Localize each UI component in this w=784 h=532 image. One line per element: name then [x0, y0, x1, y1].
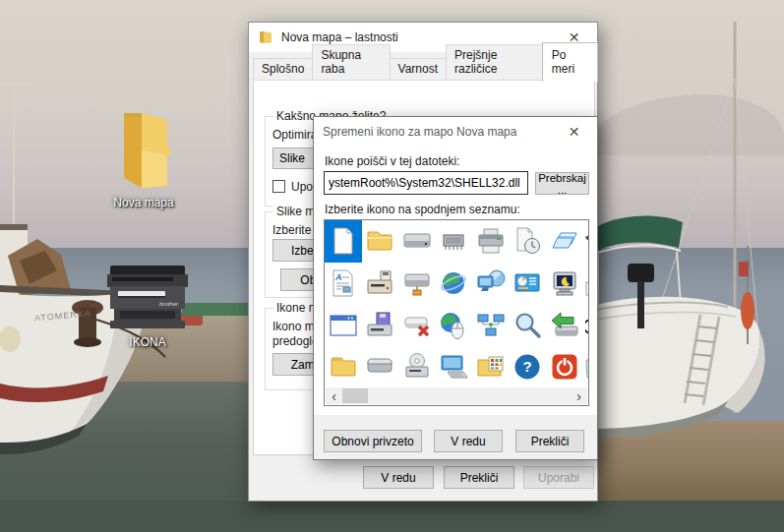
- icon-grid-row: A: [325, 263, 588, 305]
- recycle-bin-icon[interactable]: [583, 346, 590, 388]
- sailboat: [590, 20, 784, 511]
- rich-text-document-icon[interactable]: A: [325, 263, 362, 305]
- desktop-computer-icon[interactable]: [436, 346, 473, 388]
- document-clock-icon[interactable]: [510, 220, 547, 263]
- folder-closed-icon[interactable]: [362, 220, 399, 263]
- gray-drive-icon[interactable]: [362, 346, 399, 388]
- svg-text:?: ?: [523, 358, 532, 375]
- fishing-boat: [0, 39, 197, 462]
- desktop-icon-ikona[interactable]: brother IKONA: [102, 266, 193, 349]
- uporabi-button[interactable]: Uporabi: [523, 466, 594, 489]
- crt-monitor-screensaver-icon[interactable]: [546, 263, 583, 305]
- tab-splo-no[interactable]: Splošno: [253, 58, 313, 81]
- browse-button[interactable]: Prebrskaj ...: [535, 172, 589, 195]
- folder-plain-icon[interactable]: [325, 346, 362, 388]
- tab-strip: SplošnoSkupna rabaVarnostPrejšnje različ…: [253, 58, 597, 81]
- globe-icon[interactable]: [436, 263, 473, 305]
- svg-text:brother: brother: [159, 301, 179, 307]
- globe-mouse-icon[interactable]: [436, 304, 473, 346]
- scrollbar-thumb[interactable]: [342, 388, 368, 403]
- icon-grid-row: [325, 304, 588, 346]
- floppy-save-icon[interactable]: [362, 304, 399, 346]
- obnovi-privzeto-button[interactable]: Obnovi privzeto: [324, 430, 422, 452]
- combobox-value: Slike: [279, 151, 305, 165]
- clock-overlay-icon[interactable]: [583, 304, 590, 346]
- prekli-i-button[interactable]: Prekliči: [515, 430, 584, 452]
- network-computer-icon[interactable]: [472, 263, 510, 305]
- desktop: ATOMERKA: [0, 0, 784, 532]
- desktop-icon-label: IKONA: [129, 335, 165, 349]
- icon-listbox[interactable]: A? ‹ ›: [324, 219, 589, 406]
- cd-drive-icon[interactable]: [398, 346, 436, 388]
- folder-icon: [116, 110, 171, 191]
- network-drive-icon[interactable]: [398, 263, 436, 305]
- usb-restore-icon[interactable]: [546, 304, 583, 346]
- tab-varnost[interactable]: Varnost: [390, 58, 447, 81]
- icon-grid-row: [325, 220, 588, 263]
- icon-file-input[interactable]: [324, 171, 528, 195]
- printer-photo-icon: brother: [104, 266, 191, 330]
- icon-grid-row: ?: [325, 346, 588, 388]
- tab-po-meri[interactable]: Po meri: [542, 42, 598, 82]
- blank-document-icon[interactable]: [325, 220, 362, 263]
- overlapping-windows-icon[interactable]: [546, 220, 583, 263]
- floppy-drive-icon[interactable]: [362, 263, 399, 305]
- scroll-right-icon[interactable]: ›: [571, 387, 587, 404]
- memory-chip-icon[interactable]: [436, 220, 473, 263]
- chart-settings-icon[interactable]: [510, 263, 547, 305]
- scroll-left-icon[interactable]: ‹: [326, 387, 342, 404]
- horizontal-scrollbar[interactable]: ‹ ›: [326, 387, 587, 404]
- tab-skupna-raba[interactable]: Skupna raba: [312, 44, 390, 81]
- shortcut-overlay-icon[interactable]: [583, 263, 590, 305]
- change-icon-window: Spremeni ikono za mapo Nova mapa ✕ Ikone…: [313, 116, 598, 460]
- help-question-icon[interactable]: ?: [510, 346, 547, 388]
- tab-prej-nje-razli-ice[interactable]: Prejšnje različice: [446, 44, 543, 81]
- folder-programs-icon[interactable]: [472, 346, 510, 388]
- file-label: Ikone poišči v tej datoteki:: [325, 154, 459, 168]
- apply-template-checkbox[interactable]: [272, 180, 285, 193]
- svg-text:A: A: [334, 272, 342, 282]
- desktop-icon-label: Nova mapa: [113, 196, 173, 209]
- folder-icon: [258, 30, 273, 44]
- list-label: Izberite ikono na spodnjem seznamu:: [325, 203, 520, 216]
- prekli-i-button[interactable]: Prekliči: [444, 466, 514, 489]
- search-magnifier-icon[interactable]: [510, 304, 547, 346]
- v-redu-button[interactable]: V redu: [434, 430, 503, 452]
- drive-disconnected-icon[interactable]: [398, 304, 436, 346]
- marker-icon[interactable]: [583, 220, 590, 263]
- v-redu-button[interactable]: V redu: [363, 466, 434, 489]
- printer-icon[interactable]: [472, 220, 510, 263]
- power-shutdown-icon[interactable]: [546, 346, 583, 388]
- app-window-icon[interactable]: [325, 304, 362, 346]
- window-title: Spremeni ikono za mapo Nova mapa: [323, 125, 516, 139]
- hard-drive-icon[interactable]: [398, 220, 436, 263]
- window-title: Nova mapa – lastnosti: [281, 30, 398, 44]
- desktop-icon-nova-mapa[interactable]: Nova mapa: [96, 110, 191, 209]
- network-nodes-icon[interactable]: [472, 304, 510, 346]
- close-icon[interactable]: ✕: [552, 118, 596, 146]
- icon-grid: A?: [325, 220, 588, 388]
